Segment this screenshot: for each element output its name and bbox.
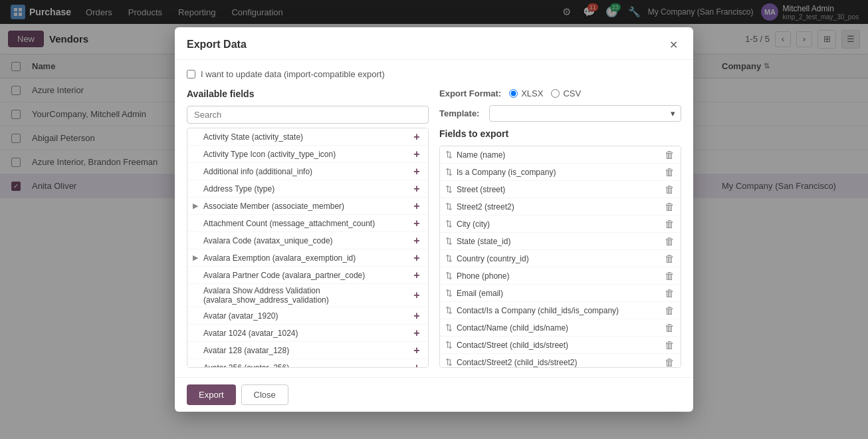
template-dropdown-arrow: ▾ <box>671 108 675 118</box>
modal-title: Export Data <box>187 39 247 51</box>
add-field-button[interactable]: + <box>411 252 423 264</box>
drag-handle-icon[interactable]: ⇅ <box>445 323 453 333</box>
drag-handle-icon[interactable]: ⇅ <box>445 305 453 315</box>
drag-handle-icon[interactable]: ⇅ <box>445 219 453 229</box>
export-field-item: ⇅ Street2 (street2) 🗑 <box>440 198 681 216</box>
export-fields-list: ⇅ Name (name) 🗑 ⇅ Is a Company (is_compa… <box>439 146 681 368</box>
content-area: Name Company ⇅ Azure Interior YourCompan… <box>0 55 868 439</box>
export-field-item: ⇅ Is a Company (is_company) 🗑 <box>440 164 681 181</box>
field-name-label: Address Type (type) <box>202 184 411 194</box>
remove-field-button[interactable]: 🗑 <box>663 287 675 299</box>
available-field-item: Avalara Code (avatax_unique_code) + <box>187 232 428 249</box>
xlsx-option[interactable]: XLSX <box>509 88 543 98</box>
drag-handle-icon[interactable]: ⇅ <box>445 340 453 350</box>
field-expand-icon[interactable]: ▶ <box>193 202 202 210</box>
remove-field-button[interactable]: 🗑 <box>663 253 675 265</box>
drag-handle-icon[interactable]: ⇅ <box>445 150 453 160</box>
remove-field-button[interactable]: 🗑 <box>663 339 675 351</box>
add-field-button[interactable]: + <box>411 235 423 247</box>
export-field-name-label: Contact/Street2 (child_ids/street2) <box>457 358 663 367</box>
available-field-item: Address Type (type) + <box>187 180 428 198</box>
export-field-name-label: State (state_id) <box>457 237 663 246</box>
drag-handle-icon[interactable]: ⇅ <box>445 357 453 367</box>
field-expand-icon[interactable]: ▶ <box>193 253 202 262</box>
drag-handle-icon[interactable]: ⇅ <box>445 253 453 263</box>
field-name-label: Avalara Show Address Validation (avalara… <box>202 286 411 305</box>
remove-field-button[interactable]: 🗑 <box>663 218 675 230</box>
export-field-item: ⇅ Contact/Street2 (child_ids/street2) 🗑 <box>440 354 681 368</box>
add-field-button[interactable]: + <box>411 200 423 212</box>
drag-handle-icon[interactable]: ⇅ <box>445 236 453 246</box>
fields-search-input[interactable] <box>187 106 429 124</box>
export-format-label: Export Format: <box>439 88 501 98</box>
export-fields-column: Export Format: XLSX CSV Template: <box>439 88 681 368</box>
export-field-name-label: Contact/Is a Company (child_ids/is_compa… <box>457 306 663 315</box>
add-field-button[interactable]: + <box>411 218 423 229</box>
field-name-label: Associate Member (associate_member) <box>202 202 411 211</box>
export-field-name-label: Country (country_id) <box>457 254 663 263</box>
drag-handle-icon[interactable]: ⇅ <box>445 202 453 212</box>
remove-field-button[interactable]: 🗑 <box>663 166 675 178</box>
field-name-label: Activity Type Icon (activity_type_icon) <box>202 150 411 159</box>
remove-field-button[interactable]: 🗑 <box>663 270 675 282</box>
csv-radio[interactable] <box>551 89 560 98</box>
export-field-item: ⇅ Contact/Street (child_ids/street) 🗑 <box>440 337 681 354</box>
export-field-item: ⇅ Contact/Is a Company (child_ids/is_com… <box>440 302 681 319</box>
remove-field-button[interactable]: 🗑 <box>663 184 675 196</box>
available-field-item: Additional info (additional_info) + <box>187 163 428 180</box>
remove-field-button[interactable]: 🗑 <box>663 357 675 368</box>
export-field-item: ⇅ Contact/Name (child_ids/name) 🗑 <box>440 319 681 337</box>
available-field-item: Avatar 256 (avatar_256) + <box>187 359 428 368</box>
add-field-button[interactable]: + <box>411 148 423 160</box>
available-field-item: Activity State (activity_state) + <box>187 128 428 146</box>
export-field-item: ⇅ Country (country_id) 🗑 <box>440 250 681 267</box>
export-field-item: ⇅ City (city) 🗑 <box>440 216 681 233</box>
field-name-label: Avalara Code (avatax_unique_code) <box>202 236 411 245</box>
export-field-name-label: Is a Company (is_company) <box>457 168 663 177</box>
fields-to-export-title: Fields to export <box>439 128 681 139</box>
export-modal: Export Data ✕ I want to update data (imp… <box>175 27 693 412</box>
available-field-item: Activity Type Icon (activity_type_icon) … <box>187 146 428 163</box>
modal-overlay: Export Data ✕ I want to update data (imp… <box>0 0 868 439</box>
remove-field-button[interactable]: 🗑 <box>663 235 675 247</box>
csv-option[interactable]: CSV <box>551 88 581 98</box>
add-field-button[interactable]: + <box>411 362 423 368</box>
template-select[interactable]: ▾ <box>489 105 681 122</box>
drag-handle-icon[interactable]: ⇅ <box>445 167 453 177</box>
template-row: Template: ▾ <box>439 105 681 122</box>
field-name-label: Activity State (activity_state) <box>202 132 411 142</box>
remove-field-button[interactable]: 🗑 <box>663 322 675 334</box>
export-field-name-label: Name (name) <box>457 150 663 160</box>
add-field-button[interactable]: + <box>411 310 423 322</box>
drag-handle-icon[interactable]: ⇅ <box>445 288 453 298</box>
modal-body: I want to update data (import-compatible… <box>175 60 693 377</box>
add-field-button[interactable]: + <box>411 166 423 178</box>
remove-field-button[interactable]: 🗑 <box>663 305 675 317</box>
remove-field-button[interactable]: 🗑 <box>663 201 675 213</box>
import-checkbox-label: I want to update data (import-compatible… <box>201 69 385 79</box>
add-field-button[interactable]: + <box>411 183 423 195</box>
available-field-item: Avalara Partner Code (avalara_partner_co… <box>187 267 428 284</box>
modal-footer: Export Close <box>175 377 693 412</box>
modal-close-button[interactable]: ✕ <box>665 37 681 53</box>
export-field-item: ⇅ Email (email) 🗑 <box>440 285 681 302</box>
add-field-button[interactable]: + <box>411 327 423 339</box>
close-modal-button[interactable]: Close <box>241 384 288 405</box>
available-fields-list: Activity State (activity_state) + Activi… <box>187 128 429 368</box>
remove-field-button[interactable]: 🗑 <box>663 149 675 161</box>
export-field-name-label: Email (email) <box>457 289 663 298</box>
available-field-item: Avatar 1024 (avatar_1024) + <box>187 325 428 342</box>
add-field-button[interactable]: + <box>411 289 423 301</box>
add-field-button[interactable]: + <box>411 269 423 281</box>
export-field-name-label: City (city) <box>457 220 663 229</box>
add-field-button[interactable]: + <box>411 131 423 143</box>
drag-handle-icon[interactable]: ⇅ <box>445 184 453 194</box>
import-compatible-checkbox[interactable] <box>187 70 195 78</box>
export-button[interactable]: Export <box>187 384 236 405</box>
available-fields-column: Available fields Activity State (activit… <box>187 88 429 368</box>
add-field-button[interactable]: + <box>411 345 423 357</box>
drag-handle-icon[interactable]: ⇅ <box>445 271 453 281</box>
available-field-item: ▶ Avalara Exemption (avalara_exemption_i… <box>187 249 428 267</box>
field-name-label: Avatar 1024 (avatar_1024) <box>202 329 411 338</box>
xlsx-radio[interactable] <box>509 89 518 98</box>
